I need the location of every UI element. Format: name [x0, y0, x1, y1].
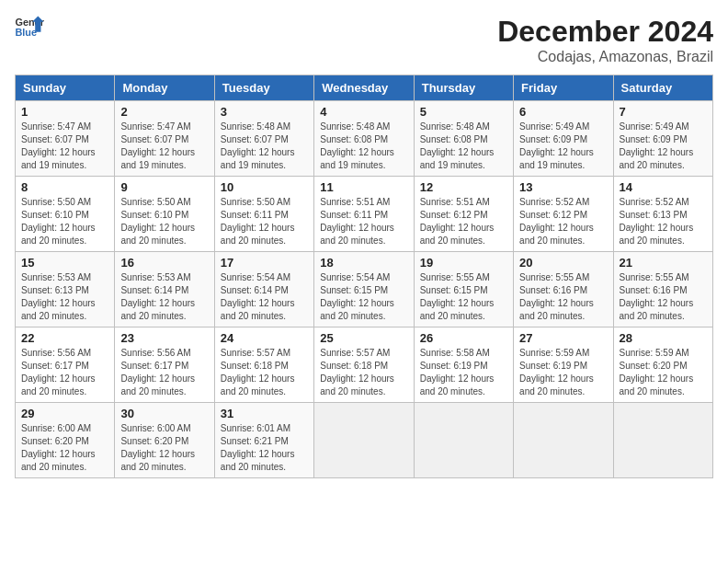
calendar-table: SundayMondayTuesdayWednesdayThursdayFrid… [15, 75, 713, 478]
day-info: Sunrise: 5:47 AM Sunset: 6:07 PM Dayligh… [21, 121, 108, 172]
day-info: Sunrise: 5:57 AM Sunset: 6:18 PM Dayligh… [320, 347, 407, 398]
calendar-cell: 30Sunrise: 6:00 AM Sunset: 6:20 PM Dayli… [115, 403, 214, 478]
calendar-cell [414, 403, 513, 478]
day-number: 13 [519, 180, 607, 194]
day-info: Sunrise: 5:54 AM Sunset: 6:14 PM Dayligh… [221, 271, 308, 323]
calendar-cell: 10Sunrise: 5:50 AM Sunset: 6:11 PM Dayli… [214, 177, 313, 252]
day-number: 27 [519, 331, 607, 345]
day-info: Sunrise: 6:01 AM Sunset: 6:21 PM Dayligh… [221, 422, 308, 474]
day-number: 4 [320, 105, 407, 119]
day-number: 7 [620, 105, 707, 119]
day-number: 2 [120, 105, 208, 119]
day-number: 10 [221, 180, 308, 194]
day-number: 22 [21, 331, 108, 345]
week-row-5: 29Sunrise: 6:00 AM Sunset: 6:20 PM Dayli… [16, 403, 713, 478]
day-number: 6 [519, 105, 607, 119]
day-info: Sunrise: 5:54 AM Sunset: 6:15 PM Dayligh… [320, 271, 407, 323]
day-number: 28 [620, 331, 707, 345]
day-info: Sunrise: 5:59 AM Sunset: 6:20 PM Dayligh… [620, 347, 707, 398]
weekday-header-row: SundayMondayTuesdayWednesdayThursdayFrid… [16, 75, 713, 101]
logo-icon: General Blue [15, 15, 44, 40]
calendar-cell: 16Sunrise: 5:53 AM Sunset: 6:14 PM Dayli… [115, 252, 214, 327]
day-info: Sunrise: 5:48 AM Sunset: 6:08 PM Dayligh… [320, 121, 407, 172]
day-number: 12 [420, 180, 507, 194]
day-info: Sunrise: 5:51 AM Sunset: 6:12 PM Dayligh… [420, 196, 507, 247]
day-info: Sunrise: 5:56 AM Sunset: 6:17 PM Dayligh… [120, 347, 208, 398]
day-info: Sunrise: 5:55 AM Sunset: 6:16 PM Dayligh… [519, 271, 607, 323]
page-subtitle: Codajas, Amazonas, Brazil [497, 49, 713, 65]
calendar-cell: 8Sunrise: 5:50 AM Sunset: 6:10 PM Daylig… [16, 177, 115, 252]
day-info: Sunrise: 5:49 AM Sunset: 6:09 PM Dayligh… [620, 121, 707, 172]
day-info: Sunrise: 5:49 AM Sunset: 6:09 PM Dayligh… [519, 121, 607, 172]
day-number: 8 [21, 180, 108, 194]
day-number: 23 [120, 331, 208, 345]
day-number: 19 [420, 256, 507, 270]
calendar-cell: 13Sunrise: 5:52 AM Sunset: 6:12 PM Dayli… [514, 177, 613, 252]
day-info: Sunrise: 5:53 AM Sunset: 6:14 PM Dayligh… [120, 271, 208, 323]
day-number: 15 [21, 256, 108, 270]
svg-text:Blue: Blue [15, 27, 37, 38]
calendar-body: 1Sunrise: 5:47 AM Sunset: 6:07 PM Daylig… [16, 101, 713, 478]
calendar-cell: 9Sunrise: 5:50 AM Sunset: 6:10 PM Daylig… [115, 177, 214, 252]
day-number: 30 [120, 407, 208, 420]
calendar-cell: 18Sunrise: 5:54 AM Sunset: 6:15 PM Dayli… [314, 252, 414, 327]
week-row-2: 8Sunrise: 5:50 AM Sunset: 6:10 PM Daylig… [16, 177, 713, 252]
calendar-cell [314, 403, 414, 478]
calendar-cell: 22Sunrise: 5:56 AM Sunset: 6:17 PM Dayli… [16, 327, 115, 403]
calendar-cell: 1Sunrise: 5:47 AM Sunset: 6:07 PM Daylig… [16, 101, 115, 177]
day-info: Sunrise: 5:52 AM Sunset: 6:13 PM Dayligh… [620, 196, 707, 247]
day-number: 1 [21, 105, 108, 119]
week-row-1: 1Sunrise: 5:47 AM Sunset: 6:07 PM Daylig… [16, 101, 713, 177]
calendar-cell: 2Sunrise: 5:47 AM Sunset: 6:07 PM Daylig… [115, 101, 214, 177]
day-info: Sunrise: 5:47 AM Sunset: 6:07 PM Dayligh… [120, 121, 208, 172]
day-info: Sunrise: 5:53 AM Sunset: 6:13 PM Dayligh… [21, 271, 108, 323]
day-info: Sunrise: 5:51 AM Sunset: 6:11 PM Dayligh… [320, 196, 407, 247]
calendar-cell: 28Sunrise: 5:59 AM Sunset: 6:20 PM Dayli… [613, 327, 712, 403]
calendar-cell: 21Sunrise: 5:55 AM Sunset: 6:16 PM Dayli… [613, 252, 712, 327]
day-info: Sunrise: 5:48 AM Sunset: 6:07 PM Dayligh… [221, 121, 308, 172]
calendar-cell: 7Sunrise: 5:49 AM Sunset: 6:09 PM Daylig… [613, 101, 712, 177]
weekday-sunday: Sunday [16, 75, 115, 101]
day-info: Sunrise: 5:58 AM Sunset: 6:19 PM Dayligh… [420, 347, 507, 398]
calendar-cell: 12Sunrise: 5:51 AM Sunset: 6:12 PM Dayli… [414, 177, 513, 252]
day-number: 21 [620, 256, 707, 270]
day-info: Sunrise: 5:57 AM Sunset: 6:18 PM Dayligh… [221, 347, 308, 398]
day-info: Sunrise: 5:59 AM Sunset: 6:19 PM Dayligh… [519, 347, 607, 398]
logo: General Blue [15, 15, 44, 40]
day-info: Sunrise: 6:00 AM Sunset: 6:20 PM Dayligh… [21, 422, 108, 474]
title-area: December 2024 Codajas, Amazonas, Brazil [497, 15, 713, 65]
calendar-cell: 6Sunrise: 5:49 AM Sunset: 6:09 PM Daylig… [514, 101, 613, 177]
day-info: Sunrise: 5:55 AM Sunset: 6:16 PM Dayligh… [620, 271, 707, 323]
calendar-cell: 14Sunrise: 5:52 AM Sunset: 6:13 PM Dayli… [613, 177, 712, 252]
day-number: 14 [620, 180, 707, 194]
day-number: 20 [519, 256, 607, 270]
calendar-cell: 4Sunrise: 5:48 AM Sunset: 6:08 PM Daylig… [314, 101, 414, 177]
day-info: Sunrise: 5:55 AM Sunset: 6:15 PM Dayligh… [420, 271, 507, 323]
calendar-cell: 31Sunrise: 6:01 AM Sunset: 6:21 PM Dayli… [214, 403, 313, 478]
day-number: 3 [221, 105, 308, 119]
weekday-wednesday: Wednesday [314, 75, 414, 101]
day-number: 16 [120, 256, 208, 270]
day-number: 9 [120, 180, 208, 194]
day-number: 11 [320, 180, 407, 194]
day-number: 29 [21, 407, 108, 420]
calendar-cell: 17Sunrise: 5:54 AM Sunset: 6:14 PM Dayli… [214, 252, 313, 327]
weekday-tuesday: Tuesday [214, 75, 313, 101]
week-row-3: 15Sunrise: 5:53 AM Sunset: 6:13 PM Dayli… [16, 252, 713, 327]
day-info: Sunrise: 5:50 AM Sunset: 6:10 PM Dayligh… [120, 196, 208, 247]
header: General Blue December 2024 Codajas, Amaz… [15, 15, 713, 65]
calendar-cell: 23Sunrise: 5:56 AM Sunset: 6:17 PM Dayli… [115, 327, 214, 403]
weekday-friday: Friday [514, 75, 613, 101]
calendar-cell: 20Sunrise: 5:55 AM Sunset: 6:16 PM Dayli… [514, 252, 613, 327]
calendar-cell: 27Sunrise: 5:59 AM Sunset: 6:19 PM Dayli… [514, 327, 613, 403]
day-number: 18 [320, 256, 407, 270]
day-number: 26 [420, 331, 507, 345]
calendar-cell: 19Sunrise: 5:55 AM Sunset: 6:15 PM Dayli… [414, 252, 513, 327]
day-info: Sunrise: 5:50 AM Sunset: 6:10 PM Dayligh… [21, 196, 108, 247]
calendar-cell [613, 403, 712, 478]
page-title: December 2024 [497, 15, 713, 49]
day-number: 17 [221, 256, 308, 270]
calendar-cell: 29Sunrise: 6:00 AM Sunset: 6:20 PM Dayli… [16, 403, 115, 478]
day-number: 25 [320, 331, 407, 345]
calendar-cell [514, 403, 613, 478]
